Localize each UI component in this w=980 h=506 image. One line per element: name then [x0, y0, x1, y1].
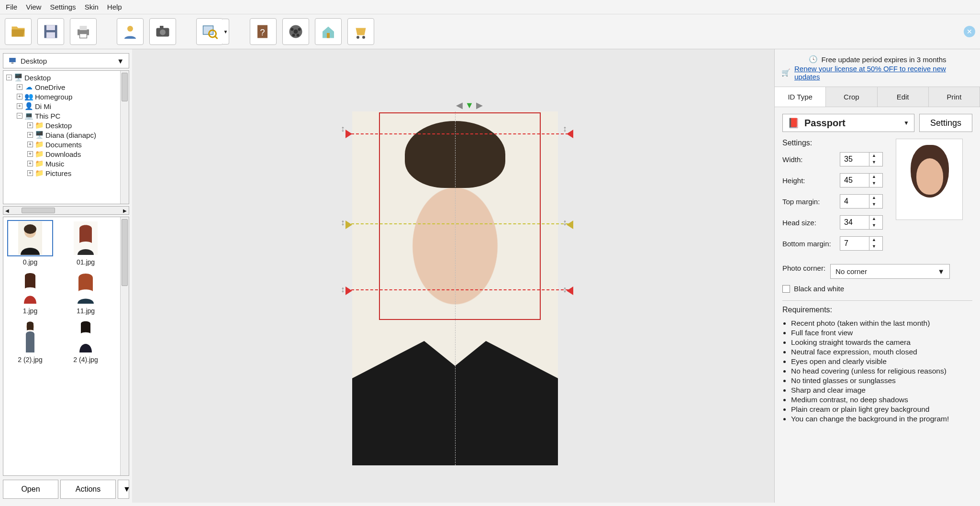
tab-print[interactable]: Print — [929, 87, 980, 107]
tree-pc-desktop[interactable]: Desktop — [45, 121, 72, 130]
thumbnail-item[interactable]: 2 (2).jpg — [6, 318, 54, 363]
video-button[interactable] — [282, 18, 309, 45]
scrollbar-thumb[interactable] — [122, 73, 128, 101]
tree-onedrive[interactable]: OneDrive — [35, 83, 65, 91]
tree-pc-music[interactable]: Music — [45, 160, 64, 168]
tree-thispc[interactable]: This PC — [35, 112, 60, 120]
menu-view[interactable]: View — [26, 3, 41, 11]
photo-corner-value: No corner — [835, 267, 867, 275]
tab-crop[interactable]: Crop — [826, 87, 877, 107]
tree-expand-icon[interactable]: + — [27, 132, 33, 138]
menu-file[interactable]: File — [6, 3, 17, 11]
chin-line-guide[interactable] — [351, 289, 568, 290]
folder-tree[interactable]: −🖥️Desktop +☁OneDrive +👥Homegroup +👤Di M… — [3, 70, 129, 204]
tree-pc-diana[interactable]: Diana (dianapc) — [45, 131, 96, 139]
menu-help[interactable]: Help — [107, 3, 122, 11]
left-red-marker-icon[interactable] — [345, 286, 352, 295]
photo-corner-dropdown[interactable]: No corner▼ — [830, 264, 950, 279]
promo-renew-link[interactable]: Renew your license at 50% OFF to receive… — [794, 65, 973, 81]
right-yellow-marker-icon[interactable] — [567, 220, 573, 229]
left-handle[interactable]: ↕ — [341, 285, 345, 295]
profile-button[interactable] — [117, 18, 144, 45]
tree-expand-icon[interactable]: + — [17, 84, 22, 90]
tree-expand-icon[interactable]: + — [27, 170, 33, 176]
height-input[interactable] — [840, 174, 869, 187]
tree-pc-downloads[interactable]: Downloads — [45, 150, 81, 158]
tree-expand-icon[interactable]: + — [27, 151, 33, 157]
actions-button[interactable]: Actions — [60, 480, 116, 499]
head-size-stepper[interactable]: ▲▼ — [840, 215, 883, 230]
right-red-marker-icon[interactable] — [567, 286, 573, 295]
id-type-dropdown[interactable]: 📕 Passport ▼ — [782, 114, 914, 132]
tree-expand-icon[interactable]: + — [17, 103, 22, 109]
top-margin-stepper[interactable]: ▲▼ — [840, 194, 883, 209]
tree-pc-documents[interactable]: Documents — [45, 141, 82, 149]
width-input[interactable] — [840, 153, 869, 166]
tree-expand-icon[interactable]: + — [27, 122, 33, 128]
camera-button[interactable] — [149, 18, 176, 45]
thumbs-vscrollbar[interactable] — [120, 217, 129, 475]
tree-collapse-icon[interactable]: − — [6, 75, 12, 80]
thumbnail-label: 1.jpg — [23, 307, 37, 315]
right-red-marker-icon[interactable] — [567, 130, 573, 138]
scrollbar-thumb[interactable] — [22, 208, 55, 213]
settings-button[interactable]: Settings — [919, 114, 972, 132]
help-button[interactable]: ? — [250, 18, 277, 45]
left-handle[interactable]: ↕ — [341, 218, 345, 228]
requirement-item: Sharp and clear image — [791, 386, 972, 395]
cart-button[interactable] — [347, 18, 374, 45]
tree-hscrollbar[interactable]: ◀▶ — [3, 206, 129, 215]
tree-homegroup[interactable]: Homegroup — [35, 93, 72, 101]
user-icon: 👤 — [24, 102, 33, 110]
location-dropdown[interactable]: Desktop ▼ — [3, 53, 129, 68]
open-file-button[interactable] — [5, 18, 32, 45]
print-button[interactable] — [70, 18, 97, 45]
tab-id-type[interactable]: ID Type — [775, 87, 826, 107]
tree-expand-icon[interactable]: + — [17, 94, 22, 99]
svg-point-23 — [362, 36, 365, 39]
tree-user[interactable]: Di Mi — [35, 102, 51, 110]
head-size-input[interactable] — [840, 216, 869, 229]
tree-expand-icon[interactable]: + — [27, 142, 33, 147]
top-handle[interactable]: ◀ ▼ ▶ — [456, 100, 483, 110]
width-stepper[interactable]: ▲▼ — [840, 152, 883, 166]
main-toolbar: ▼ ? ✕ — [0, 14, 980, 49]
svg-text:?: ? — [260, 28, 265, 37]
thumbnail-item[interactable]: 11.jpg — [62, 269, 110, 315]
tree-expand-icon[interactable]: + — [27, 161, 33, 166]
menu-settings[interactable]: Settings — [50, 3, 76, 11]
left-red-marker-icon[interactable] — [345, 130, 352, 138]
eye-line-guide[interactable] — [351, 223, 568, 224]
top-margin-input[interactable] — [840, 195, 869, 208]
crop-frame[interactable] — [379, 112, 541, 320]
tree-collapse-icon[interactable]: − — [17, 113, 22, 119]
svg-rect-5 — [80, 34, 87, 38]
actions-dropdown-caret[interactable]: ▼ — [118, 480, 129, 499]
tab-edit[interactable]: Edit — [878, 87, 929, 107]
tree-vscrollbar[interactable] — [120, 71, 129, 204]
thumbnail-item[interactable]: 0.jpg — [6, 220, 54, 266]
bottom-margin-stepper[interactable]: ▲▼ — [840, 236, 883, 251]
close-panel-icon[interactable]: ✕ — [964, 26, 975, 37]
thumbnail-item[interactable]: 1.jpg — [6, 269, 54, 315]
left-yellow-marker-icon[interactable] — [345, 220, 352, 229]
height-stepper[interactable]: ▲▼ — [840, 173, 883, 187]
open-button[interactable]: Open — [3, 480, 58, 499]
tree-root[interactable]: Desktop — [24, 74, 51, 82]
zoom-button[interactable]: ▼ — [196, 18, 223, 45]
thumbnail-item[interactable]: 2 (4).jpg — [62, 318, 110, 363]
bw-checkbox[interactable]: Black and white — [782, 285, 972, 293]
thumbnail-item[interactable]: 01.jpg — [62, 220, 110, 266]
save-button[interactable] — [37, 18, 64, 45]
scrollbar-thumb[interactable] — [122, 219, 128, 286]
home-button[interactable] — [315, 18, 342, 45]
menu-skin[interactable]: Skin — [85, 3, 99, 11]
zoom-dropdown-caret[interactable]: ▼ — [223, 19, 229, 44]
bottom-margin-input[interactable] — [840, 237, 869, 250]
top-margin-guide[interactable] — [351, 133, 568, 134]
photo-canvas[interactable]: ◀ ▼ ▶ ↕ ↕ ↕ ↕ ↕ ↕ — [132, 49, 774, 503]
tree-pc-pictures[interactable]: Pictures — [45, 169, 71, 177]
left-handle[interactable]: ↕ — [341, 124, 345, 134]
requirement-item: Eyes open and clearly visible — [791, 357, 972, 366]
svg-rect-21 — [327, 33, 330, 38]
